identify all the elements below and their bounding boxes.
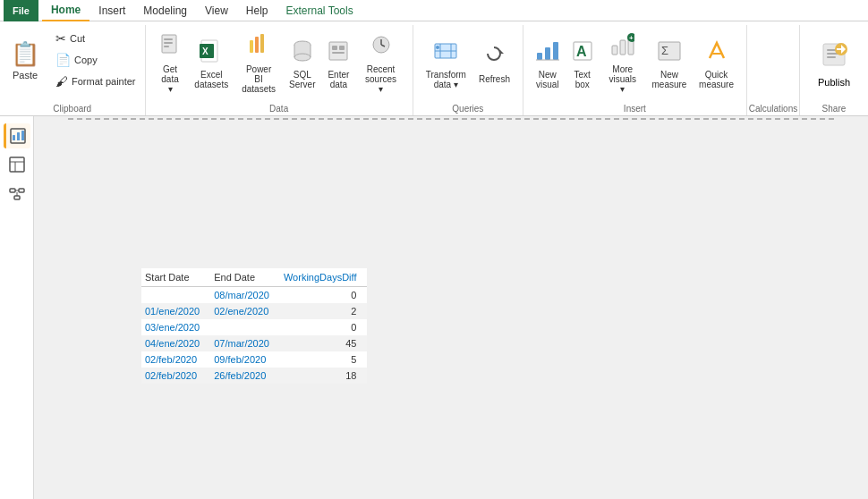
col-working-days: WorkingDaysDiff xyxy=(280,268,368,287)
cell-end-date xyxy=(210,319,280,335)
cut-label: Cut xyxy=(70,33,85,44)
content-area: Start Date End Date WorkingDaysDiff 08/m… xyxy=(34,116,868,499)
menu-view[interactable]: View xyxy=(196,0,237,21)
cell-start-date: 04/ene/2020 xyxy=(141,335,210,351)
more-visuals-label: Morevisuals ▾ xyxy=(606,64,640,94)
more-visuals-button[interactable]: + Morevisuals ▾ xyxy=(600,31,645,96)
svg-rect-35 xyxy=(620,40,625,55)
text-box-button[interactable]: A Textbox xyxy=(566,31,599,96)
new-measure-icon: Σ xyxy=(658,38,681,67)
transform-data-button[interactable]: Transformdata ▾ xyxy=(421,31,472,96)
text-box-icon: A xyxy=(572,38,593,67)
cut-icon: ✂ xyxy=(55,31,66,46)
quick-measure-label: Quickmeasure xyxy=(699,70,734,89)
new-visual-label: Newvisual xyxy=(536,70,559,89)
new-measure-button[interactable]: Σ Newmeasure xyxy=(647,31,693,96)
share-buttons: Publish xyxy=(807,25,861,102)
cell-end-date: 26/feb/2020 xyxy=(210,368,280,384)
new-visual-button[interactable]: Newvisual xyxy=(531,31,565,96)
menu-home[interactable]: Home xyxy=(42,0,89,21)
calculations-label: Calculations xyxy=(749,102,797,115)
data-table-container: Start Date End Date WorkingDaysDiff 08/m… xyxy=(141,268,367,384)
svg-text:+: + xyxy=(629,34,634,42)
get-data-icon xyxy=(159,33,181,62)
cell-end-date: 08/mar/2020 xyxy=(210,287,280,304)
svg-rect-18 xyxy=(332,52,345,54)
svg-rect-29 xyxy=(545,47,550,60)
svg-rect-45 xyxy=(827,56,836,58)
quick-measure-button[interactable]: Quickmeasure xyxy=(694,31,739,96)
cell-diff: 5 xyxy=(280,351,368,368)
format-painter-label: Format painter xyxy=(72,76,136,87)
svg-marker-27 xyxy=(500,50,504,54)
table-row: 02/feb/202009/feb/20205 xyxy=(141,351,367,368)
svg-rect-15 xyxy=(329,42,347,60)
table-row: 04/ene/202007/mar/202045 xyxy=(141,335,367,351)
new-visual-icon xyxy=(536,38,559,67)
refresh-label: Refresh xyxy=(479,74,510,84)
left-sidebar xyxy=(0,116,34,499)
cell-diff: 0 xyxy=(280,319,368,335)
excel-icon: X xyxy=(200,38,223,67)
queries-section: Transformdata ▾ Refresh Queries xyxy=(413,25,523,115)
col-end-date: End Date xyxy=(210,268,280,287)
queries-label: Queries xyxy=(421,102,515,115)
new-measure-label: Newmeasure xyxy=(652,70,687,89)
svg-rect-52 xyxy=(21,131,24,140)
cell-start-date xyxy=(141,287,210,304)
enter-data-button[interactable]: Enterdata xyxy=(322,31,354,96)
data-buttons: Getdata ▾ X Exceldatasets xyxy=(153,25,405,102)
excel-datasets-button[interactable]: X Exceldatasets xyxy=(190,31,234,96)
sql-server-button[interactable]: SQLServer xyxy=(284,31,320,96)
get-data-label: Getdata ▾ xyxy=(158,64,183,94)
power-bi-datasets-button[interactable]: Power BIdatasets xyxy=(235,31,282,96)
svg-rect-56 xyxy=(10,189,15,192)
paste-button[interactable]: 📋 Paste xyxy=(4,29,47,91)
calculations-section: Calculations xyxy=(747,25,800,115)
table-row: 08/mar/20200 xyxy=(141,287,367,304)
table-row: 01/ene/202002/ene/20202 xyxy=(141,303,367,319)
cut-button[interactable]: ✂ Cut xyxy=(50,29,141,48)
svg-text:A: A xyxy=(576,44,587,59)
main-container: Start Date End Date WorkingDaysDiff 08/m… xyxy=(0,116,868,499)
format-painter-button[interactable]: 🖌 Format painter xyxy=(50,72,141,91)
svg-rect-3 xyxy=(164,46,169,47)
file-menu[interactable]: File xyxy=(4,0,38,21)
menu-insert[interactable]: Insert xyxy=(89,0,134,21)
svg-rect-9 xyxy=(260,34,264,53)
power-bi-icon xyxy=(248,33,269,62)
publish-button[interactable]: Publish xyxy=(807,31,861,96)
svg-rect-17 xyxy=(339,46,345,50)
format-painter-icon: 🖌 xyxy=(55,74,68,89)
cell-diff: 18 xyxy=(280,368,368,384)
copy-icon: 📄 xyxy=(55,53,71,67)
recent-sources-icon xyxy=(370,33,392,62)
paste-icon: 📋 xyxy=(11,40,39,68)
enter-data-label: Enterdata xyxy=(328,70,349,89)
menu-modeling[interactable]: Modeling xyxy=(134,0,196,21)
menu-bar: File Home Insert Modeling View Help Exte… xyxy=(0,0,868,21)
svg-rect-30 xyxy=(553,42,558,60)
sidebar-table-icon[interactable] xyxy=(4,152,30,177)
insert-buttons: Newvisual A Textbox xyxy=(531,25,739,102)
svg-rect-8 xyxy=(255,37,259,53)
get-data-button[interactable]: Getdata ▾ xyxy=(153,31,188,96)
recent-sources-button[interactable]: Recentsources ▾ xyxy=(356,31,404,96)
insert-section: Newvisual A Textbox xyxy=(523,25,747,115)
svg-rect-1 xyxy=(164,38,173,40)
refresh-button[interactable]: Refresh xyxy=(473,31,515,96)
sidebar-report-icon[interactable] xyxy=(4,123,30,148)
cell-start-date: 03/ene/2020 xyxy=(141,319,210,335)
sql-icon xyxy=(292,38,313,67)
menu-help[interactable]: Help xyxy=(237,0,277,21)
quick-measure-icon xyxy=(705,38,728,67)
svg-rect-58 xyxy=(14,196,20,199)
table-row: 03/ene/20200 xyxy=(141,319,367,335)
copy-button[interactable]: 📄 Copy xyxy=(50,50,141,70)
sidebar-model-icon[interactable] xyxy=(4,181,30,206)
cell-end-date: 02/ene/2020 xyxy=(210,303,280,319)
ribbon: 📋 Paste ✂ Cut 📄 Copy 🖌 Format painter Cl… xyxy=(0,21,868,116)
svg-point-26 xyxy=(436,46,439,49)
col-start-date: Start Date xyxy=(141,268,210,287)
menu-external-tools[interactable]: External Tools xyxy=(277,0,362,21)
